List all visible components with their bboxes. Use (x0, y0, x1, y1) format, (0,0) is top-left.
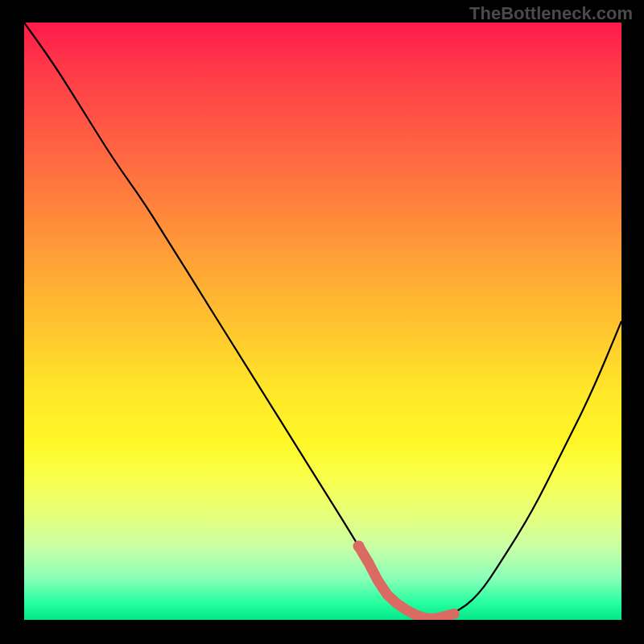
bottleneck-curve (24, 23, 621, 618)
optimal-start-dot (353, 541, 365, 552)
curve-overlay (24, 23, 621, 620)
watermark-text: TheBottleneck.com (469, 3, 633, 24)
chart-container: TheBottleneck.com (0, 0, 644, 644)
plot-area (24, 23, 621, 620)
optimal-range-highlight (359, 547, 455, 619)
